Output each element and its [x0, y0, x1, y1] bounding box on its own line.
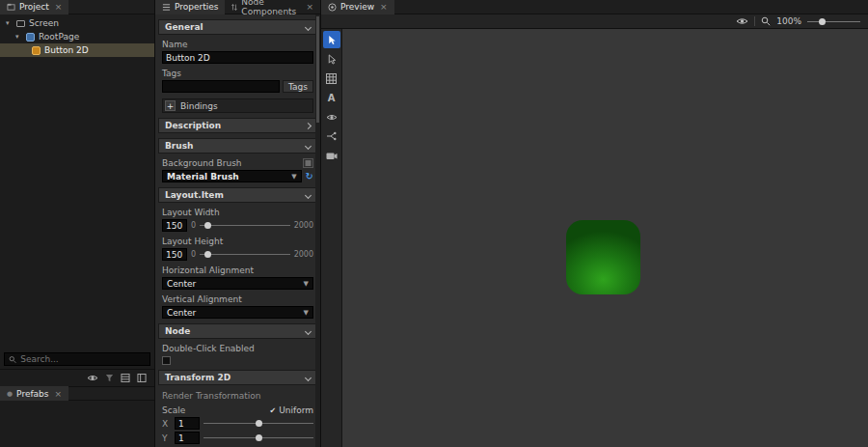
tab-prefabs[interactable]: ● Prefabs × — [0, 386, 68, 401]
tags-input[interactable] — [162, 80, 280, 93]
name-input[interactable] — [162, 51, 313, 64]
zoom-icon[interactable] — [761, 16, 771, 26]
preview-text-tool[interactable]: A — [323, 89, 340, 106]
layout-height-slider[interactable] — [200, 250, 290, 259]
layout-width-slider[interactable] — [200, 221, 290, 230]
eye-icon[interactable] — [736, 16, 748, 26]
chevron-down-icon — [305, 23, 312, 30]
layout-height-input[interactable] — [162, 248, 187, 261]
section-brush-label: Brush — [165, 141, 306, 151]
section-layout-item[interactable]: Layout.Item — [158, 187, 317, 203]
scale-x-input[interactable] — [175, 417, 200, 430]
layout-width-input[interactable] — [162, 219, 187, 232]
chevron-right-icon — [305, 122, 312, 128]
tree-item-label: RootPage — [39, 32, 79, 42]
tree-item-rootpage[interactable]: ▾ RootPage — [0, 30, 154, 43]
prefabs-tabbar: ● Prefabs × — [0, 386, 154, 401]
tab-node-components[interactable]: Node Components × — [225, 0, 320, 14]
scale-x-label: X — [162, 419, 171, 429]
section-node[interactable]: Node — [158, 323, 317, 339]
close-icon[interactable]: × — [55, 2, 63, 12]
scale-y-slider[interactable] — [203, 433, 313, 442]
layout-height-min: 0 — [191, 250, 196, 259]
section-general[interactable]: General — [158, 19, 317, 35]
section-transform2d[interactable]: Transform 2D — [158, 370, 317, 385]
filter-icon[interactable] — [105, 374, 114, 382]
tags-label: Tags — [162, 69, 313, 78]
project-toolbar — [0, 369, 154, 386]
bindings-label: Bindings — [180, 101, 218, 111]
double-click-checkbox[interactable] — [162, 356, 171, 365]
preview-select-tool[interactable] — [323, 50, 340, 68]
vertical-alignment-label: Vertical Alignment — [162, 294, 313, 304]
horizontal-alignment-label: Horizontal Alignment — [162, 265, 313, 275]
project-panel: Project × ▾ Screen ▾ RootPage Button 2D — [0, 0, 155, 447]
preview-canvas[interactable] — [342, 29, 868, 447]
prefabs-panel-body — [0, 401, 154, 447]
layout-width-max: 2000 — [294, 221, 313, 230]
preview-camera-tool[interactable] — [323, 147, 340, 164]
node-link-icon — [326, 131, 337, 141]
refresh-brush-icon[interactable]: ↻ — [306, 171, 313, 182]
section-brush[interactable]: Brush — [158, 138, 317, 154]
preview-connections-tool[interactable] — [323, 127, 340, 145]
section-general-label: General — [165, 22, 306, 32]
check-icon: ✔ — [270, 406, 277, 415]
eye-icon[interactable] — [87, 374, 98, 382]
search-input[interactable] — [20, 354, 146, 364]
tab-project[interactable]: Project × — [0, 0, 68, 14]
horizontal-alignment-value: Center — [167, 279, 304, 289]
tab-preview[interactable]: Preview × — [321, 0, 394, 14]
tab-properties-label: Properties — [175, 2, 218, 12]
tab-properties[interactable]: Properties — [155, 0, 225, 14]
tab-preview-label: Preview — [340, 2, 374, 12]
project-icon — [7, 3, 15, 12]
arrow-cursor-icon — [327, 54, 337, 65]
name-label: Name — [162, 40, 313, 49]
tree-item-screen[interactable]: ▾ Screen — [0, 16, 154, 30]
section-node-label: Node — [165, 326, 306, 336]
close-icon[interactable]: × — [55, 389, 63, 399]
uniform-checkbox[interactable]: ✔ Uniform — [270, 405, 313, 415]
bindings-row[interactable]: + Bindings — [162, 98, 313, 113]
brush-options-icon[interactable] — [303, 158, 313, 168]
tags-button-label: Tags — [288, 82, 308, 92]
tree-item-button2d[interactable]: Button 2D — [0, 43, 154, 57]
expand-panel-icon[interactable] — [137, 374, 147, 382]
scale-x-slider[interactable] — [203, 419, 313, 428]
kanzi-studio-app: Project × ▾ Screen ▾ RootPage Button 2D — [0, 0, 868, 447]
vertical-alignment-value: Center — [167, 308, 304, 318]
section-layout-item-label: Layout.Item — [165, 190, 306, 200]
section-description[interactable]: Description — [158, 118, 317, 133]
project-tabbar: Project × — [0, 0, 154, 14]
preview-visibility-tool[interactable] — [323, 108, 340, 126]
caret-down-icon[interactable]: ▾ — [15, 33, 22, 41]
chevron-down-icon — [305, 374, 312, 380]
button2d-preview[interactable] — [566, 220, 640, 294]
grid-icon — [326, 73, 337, 84]
caret-down-icon[interactable]: ▾ — [6, 19, 13, 27]
properties-scrollbar[interactable] — [315, 14, 320, 447]
zoom-slider[interactable] — [807, 17, 860, 26]
background-brush-dropdown[interactable]: Material Brush ▼ — [162, 170, 302, 182]
table-icon[interactable] — [121, 374, 130, 382]
toolbar-separator — [754, 16, 755, 26]
preview-grid-tool[interactable] — [323, 70, 340, 87]
preview-tool-strip: A — [321, 29, 342, 447]
properties-panel: Properties Node Components × General Nam… — [155, 0, 321, 447]
dropdown-arrow-icon: ▼ — [291, 173, 296, 181]
search-icon — [9, 355, 16, 364]
tags-button[interactable]: Tags — [283, 80, 313, 93]
chevron-down-icon — [305, 191, 312, 198]
preview-tabbar: Preview × — [321, 0, 868, 14]
close-icon[interactable]: × — [306, 2, 313, 12]
project-search — [4, 352, 150, 366]
horizontal-alignment-dropdown[interactable]: Center ▼ — [162, 277, 313, 290]
zoom-value: 100% — [776, 16, 801, 26]
preview-interact-tool[interactable] — [323, 31, 340, 48]
add-binding-button[interactable]: + — [165, 100, 176, 111]
close-icon[interactable]: × — [380, 2, 388, 12]
node-components-icon — [231, 3, 237, 12]
scale-y-input[interactable] — [175, 432, 200, 444]
vertical-alignment-dropdown[interactable]: Center ▼ — [162, 306, 313, 319]
